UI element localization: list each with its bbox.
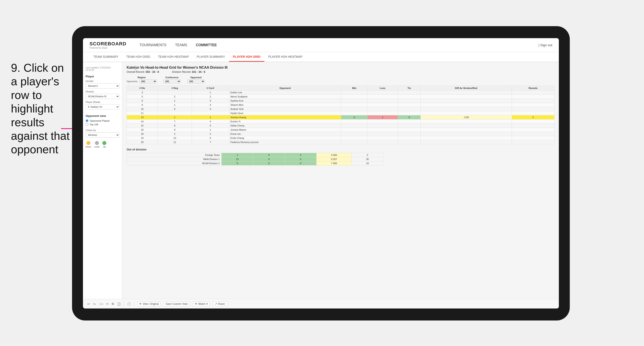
eye-icon: 👁 [139, 302, 142, 306]
logo-title: SCOREBOARD [90, 41, 126, 47]
colour-by-label: Colour by [86, 129, 120, 132]
clock-icon[interactable]: 🕐 [127, 302, 131, 306]
nav-teams[interactable]: TEAMS [175, 42, 187, 48]
nav-committee[interactable]: COMMITTEE [196, 42, 217, 48]
table-cell: 2 [158, 95, 192, 99]
table-cell: 18 [127, 132, 158, 136]
table-cell: Esther Lee [229, 90, 341, 95]
table-cell: 3 [127, 90, 158, 95]
out-row-num: 5 [222, 161, 253, 166]
table-cell [368, 103, 398, 107]
opponent-filter-select[interactable]: (All) [187, 79, 205, 83]
table-cell: 14 [127, 120, 158, 124]
watch-btn[interactable]: 👁 Watch ▾ [193, 302, 210, 306]
table-cell: Euna Lee [229, 132, 341, 136]
table-cell [512, 107, 554, 111]
table-cell [398, 120, 421, 124]
table-cell [398, 103, 421, 107]
table-cell [368, 95, 398, 99]
sub-nav-player-h2h-grid[interactable]: PLAYER H2H GRID [229, 52, 264, 62]
table-row[interactable]: 914Sharon Mun [127, 103, 554, 107]
opponent-view-section: Opponent view Opponents Played Top 100 [86, 114, 120, 126]
table-cell: Hyejin Hyun [229, 111, 341, 115]
table-cell [398, 99, 421, 103]
table-cell [192, 111, 229, 115]
main-content: Last Updated: 27/03/2024 16:55:28 Player… [83, 62, 559, 299]
table-cell: 11 [158, 140, 192, 144]
col-tie: Tie [398, 86, 421, 90]
table-row[interactable]: 1822Euna Lee [127, 132, 554, 136]
table-cell: Andrea York [229, 107, 341, 111]
gender-dropdown[interactable]: Women's [86, 83, 120, 89]
filter-conference: Conference (All) [163, 76, 181, 83]
table-cell [341, 140, 368, 144]
redo-icon[interactable]: ↪ [93, 302, 96, 306]
forward-icon[interactable]: ⟶ [99, 302, 103, 306]
col-win: Win [341, 86, 368, 90]
table-row[interactable]: 1691Jessica Mason [127, 128, 554, 132]
col-reg: # Reg [158, 86, 192, 90]
table-cell: 0 [398, 115, 421, 120]
out-table-row[interactable]: NAIA Division 115009.26730 [127, 157, 383, 161]
table-cell [512, 136, 554, 140]
sub-nav-player-h2h-heatmap[interactable]: PLAYER H2H HEATMAP [264, 52, 306, 62]
table-cell: 1 [158, 103, 192, 107]
table-row[interactable]: 11Hyejin Hyun [127, 111, 554, 115]
bottom-toolbar: ↩ ↪ ⟶ ✂ ⧉ 📋 🕐 👁 View: Original Save Cust… [83, 299, 559, 309]
table-cell: Eunice Yi [229, 120, 341, 124]
table-cell: 7 [158, 120, 192, 124]
sub-nav-team-summary[interactable]: TEAM SUMMARY [90, 52, 122, 62]
conference-filter-select[interactable]: (All) [163, 79, 181, 83]
table-cell [398, 124, 421, 128]
sub-nav-team-h2h-grid[interactable]: TEAM H2H GRID [122, 52, 154, 62]
radio-opponents-played[interactable]: Opponents Played [86, 119, 120, 122]
table-cell: Sydney Kuo [229, 99, 341, 103]
scissors-icon[interactable]: ✂ [106, 302, 109, 306]
view-original-btn[interactable]: 👁 View: Original [137, 302, 161, 306]
table-cell: 2 [512, 115, 554, 120]
out-table-row[interactable]: Foreign Team1004.5002 [127, 153, 383, 157]
out-row-num: 0 [253, 157, 285, 161]
player-rank-dropdown[interactable]: 8. Katelyn Vo [86, 104, 120, 109]
record-row: Overall Record: 353 - 34 - 6 Division Re… [126, 70, 554, 73]
table-cell: 2 [192, 95, 229, 99]
table-cell [341, 120, 368, 124]
table-row[interactable]: 522Alexis Sudijanto [127, 95, 554, 99]
table-cell [398, 140, 421, 144]
table-row[interactable]: 20117Federica Domecq Lacroze [127, 140, 554, 144]
table-row[interactable]: 19106Emily Chang [127, 136, 554, 140]
paste-icon[interactable]: 📋 [117, 302, 121, 306]
table-row[interactable]: 1063Andrea York [127, 107, 554, 111]
table-cell: -3.00 [420, 115, 512, 120]
h2h-table: # Div # Reg # Conf Opponent Win Loss Tie… [126, 86, 554, 144]
radio-top-100[interactable]: Top 100 [86, 123, 120, 126]
undo-icon[interactable]: ↩ [87, 302, 90, 306]
table-cell [512, 111, 554, 115]
sub-nav-team-h2h-heatmap[interactable]: TEAM H2H HEATMAP [154, 52, 193, 62]
table-row[interactable]: 31Esther Lee [127, 90, 554, 95]
table-cell [420, 120, 512, 124]
table-cell: 9 [127, 103, 158, 107]
region-filter-select[interactable]: (All) [139, 79, 157, 83]
table-cell: Stella Cheng [229, 124, 341, 128]
table-row[interactable]: 1474Eunice Yi [127, 120, 554, 124]
sign-out-button[interactable]: | Sign out [538, 43, 552, 47]
table-cell: 6 [127, 99, 158, 103]
table-cell [341, 95, 368, 99]
sub-nav-player-summary[interactable]: PLAYER SUMMARY [193, 52, 229, 62]
table-row[interactable]: 613Sydney Kuo [127, 99, 554, 103]
division-dropdown[interactable]: NCAA Division III [86, 94, 120, 99]
table-row[interactable]: 1585Stella Cheng [127, 124, 554, 128]
colour-by-dropdown[interactable]: Win/loss [86, 132, 120, 138]
sidebar-player-rank-label: Player (Rank) [86, 101, 120, 103]
copy-icon[interactable]: ⧉ [112, 302, 114, 306]
save-custom-btn[interactable]: Save Custom View [164, 302, 190, 306]
table-cell [420, 90, 512, 95]
share-btn[interactable]: ↗ Share [213, 302, 227, 306]
table-cell: 7 [192, 140, 229, 144]
out-table-row[interactable]: NCAA Division 25007.40010 [127, 161, 383, 166]
table-cell: 3 [192, 99, 229, 103]
nav-tournaments[interactable]: TOURNAMENTS [140, 42, 166, 48]
table-row[interactable]: 1311Jessica Huang010-3.002 [127, 115, 554, 120]
out-row-value: 7.400 [316, 161, 352, 166]
